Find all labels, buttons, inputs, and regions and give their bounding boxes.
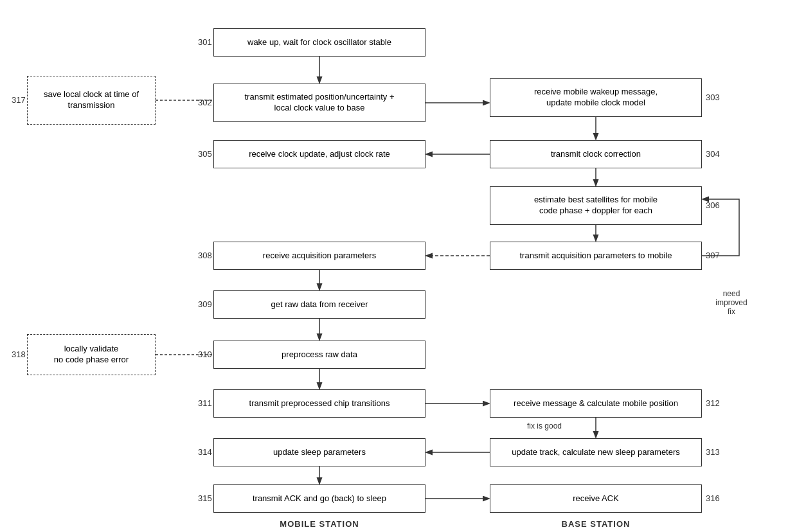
node-307: transmit acquisition parameters to mobil… — [490, 242, 702, 270]
node-317-num: 317 — [12, 95, 26, 105]
section-label-base: BASE STATION — [490, 519, 702, 529]
node-314: update sleep parameters — [213, 438, 425, 466]
node-303-label: receive mobile wakeup message,update mob… — [534, 87, 658, 109]
node-308: receive acquisition parameters — [213, 242, 425, 270]
node-317-label: save local clock at time oftransmission — [44, 89, 139, 111]
node-316-num: 316 — [706, 493, 720, 503]
node-318-num: 318 — [12, 350, 26, 359]
node-315-num: 315 — [198, 493, 212, 503]
node-309-num: 309 — [198, 299, 212, 309]
node-317: save local clock at time oftransmission — [27, 76, 156, 125]
annotation-need-improved-fix: needimprovedfix — [706, 289, 757, 316]
node-311-num: 311 — [198, 398, 212, 408]
node-314-label: update sleep parameters — [273, 447, 366, 458]
node-307-label: transmit acquisition parameters to mobil… — [520, 251, 672, 262]
node-306-label: estimate best satellites for mobilecode … — [534, 195, 658, 217]
node-304-num: 304 — [706, 149, 720, 159]
node-312-label: receive message & calculate mobile posit… — [514, 398, 678, 409]
node-313-label: update track, calculate new sleep parame… — [512, 447, 680, 458]
node-301-num: 301 — [198, 37, 212, 47]
node-314-num: 314 — [198, 447, 212, 457]
node-304-label: transmit clock correction — [551, 149, 641, 160]
section-label-mobile: MOBILE STATION — [213, 519, 425, 529]
node-312: receive message & calculate mobile posit… — [490, 389, 702, 418]
node-310-label: preprocess raw data — [282, 350, 357, 360]
node-304: transmit clock correction — [490, 140, 702, 168]
node-311-label: transmit preprocessed chip transitions — [249, 398, 390, 409]
node-301-label: wake up, wait for clock oscillator stabl… — [247, 37, 391, 48]
node-305-num: 305 — [198, 149, 212, 159]
node-318-label: locally validateno code phase error — [54, 344, 129, 366]
diagram: wake up, wait for clock oscillator stabl… — [0, 0, 797, 532]
node-307-num: 307 — [706, 251, 720, 260]
node-316-label: receive ACK — [573, 493, 619, 504]
node-313: update track, calculate new sleep parame… — [490, 438, 702, 466]
node-309-label: get raw data from receiver — [271, 299, 368, 310]
node-313-num: 313 — [706, 447, 720, 457]
node-315-label: transmit ACK and go (back) to sleep — [253, 493, 386, 504]
node-306-num: 306 — [706, 200, 720, 210]
node-311: transmit preprocessed chip transitions — [213, 389, 425, 418]
node-308-label: receive acquisition parameters — [263, 251, 376, 262]
node-318: locally validateno code phase error — [27, 334, 156, 375]
node-315: transmit ACK and go (back) to sleep — [213, 484, 425, 513]
node-303: receive mobile wakeup message,update mob… — [490, 78, 702, 117]
node-305: receive clock update, adjust clock rate — [213, 140, 425, 168]
node-316: receive ACK — [490, 484, 702, 513]
node-312-num: 312 — [706, 398, 720, 408]
node-301: wake up, wait for clock oscillator stabl… — [213, 28, 425, 57]
node-306: estimate best satellites for mobilecode … — [490, 186, 702, 225]
node-308-num: 308 — [198, 251, 212, 260]
node-305-label: receive clock update, adjust clock rate — [249, 149, 390, 160]
node-310: preprocess raw data — [213, 341, 425, 369]
node-310-num: 310 — [198, 350, 212, 359]
annotation-fix-is-good: fix is good — [527, 421, 562, 430]
node-309: get raw data from receiver — [213, 290, 425, 319]
node-302: transmit estimated position/uncertainty … — [213, 84, 425, 122]
node-302-label: transmit estimated position/uncertainty … — [244, 92, 394, 114]
node-302-num: 302 — [198, 98, 212, 107]
node-303-num: 303 — [706, 93, 720, 102]
